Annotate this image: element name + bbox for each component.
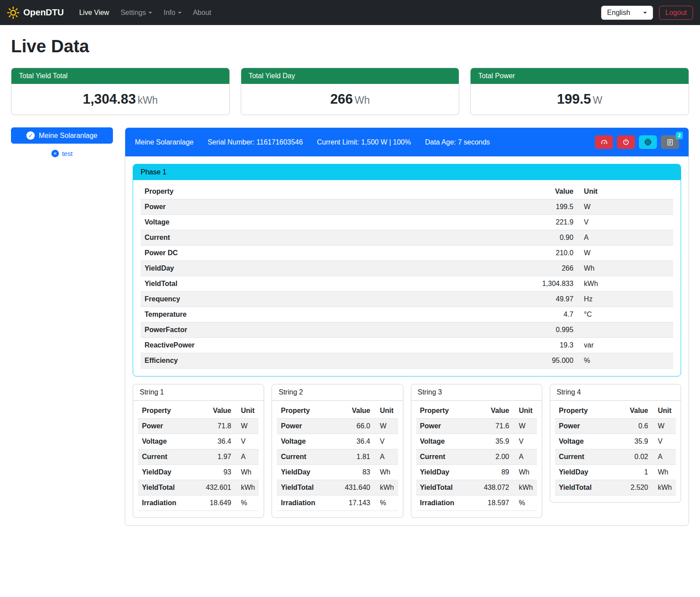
property-cell: Current — [277, 449, 341, 465]
summary-card-body: 1,304.83kWh — [11, 84, 229, 115]
power-button[interactable] — [617, 135, 635, 149]
live-data-layout: ✓ Meine Solaranlage ✕ test Meine Solaran… — [11, 127, 689, 526]
summary-card-total-power: Total Power 199.5W — [470, 68, 689, 115]
inverter-select-meine-solaranlage[interactable]: ✓ Meine Solaranlage — [11, 127, 113, 144]
summary-value: 199.5 — [557, 91, 591, 107]
property-cell: Voltage — [138, 434, 202, 449]
x-circle-icon: ✕ — [51, 150, 59, 157]
inverter-sidebar: ✓ Meine Solaranlage ✕ test — [11, 127, 113, 157]
table-row: Temperature4.7°C — [141, 307, 673, 322]
property-cell: Power — [555, 419, 621, 434]
table-row: Power71.6W — [416, 419, 537, 434]
string-table-body: Power71.6WVoltage35.9VCurrent2.00AYieldD… — [416, 419, 537, 511]
property-cell: Frequency — [141, 292, 508, 307]
unit-cell: kWh — [513, 480, 537, 496]
value-cell: 199.5 — [508, 199, 577, 215]
event-count-badge: 2 — [676, 132, 683, 139]
unit-cell: kWh — [374, 480, 398, 496]
table-row: PowerFactor0.995 — [141, 322, 673, 338]
unit-cell — [577, 322, 673, 338]
string-3-card: String 3 Property Value Unit — [411, 384, 542, 518]
inverter-data-age: Data Age: 7 seconds — [425, 138, 490, 146]
summary-card-body: 266Wh — [241, 84, 459, 115]
string-table-body: Power66.0WVoltage36.4VCurrent1.81AYieldD… — [277, 419, 398, 511]
unit-cell: A — [374, 449, 398, 465]
phase-table-body: Power199.5WVoltage221.9VCurrent0.90APowe… — [141, 199, 673, 369]
string-body: Property Value Unit Power66.0WVoltage36.… — [272, 401, 403, 517]
unit-cell: W — [513, 419, 537, 434]
table-row: Irradiation18.597% — [416, 496, 537, 511]
nav-item-about[interactable]: About — [187, 5, 217, 20]
string-table: Property Value Unit Power0.6WVoltage35.9… — [555, 403, 676, 496]
col-value: Value — [620, 403, 652, 419]
summary-value: 1,304.83 — [83, 91, 136, 107]
summary-unit: W — [593, 94, 602, 106]
nav-item-settings[interactable]: Settings — [115, 5, 158, 20]
string-table-body: Power71.8WVoltage36.4VCurrent1.97AYieldD… — [138, 419, 259, 511]
string-body: Property Value Unit Power71.8WVoltage36.… — [133, 401, 264, 517]
unit-cell: V — [235, 434, 259, 449]
value-cell: 4.7 — [508, 307, 577, 322]
power-icon — [622, 138, 630, 146]
nav-item-label: Info — [163, 9, 175, 16]
table-row: Frequency49.97Hz — [141, 292, 673, 307]
value-cell: 18.597 — [480, 496, 513, 511]
property-cell: YieldDay — [416, 465, 480, 480]
brand-logo[interactable]: OpenDTU — [7, 7, 64, 19]
value-cell: 35.9 — [620, 434, 652, 449]
table-row: Efficiency95.000% — [141, 353, 673, 369]
table-row: Power66.0W — [277, 419, 398, 434]
property-cell: Efficiency — [141, 353, 508, 369]
table-row: Voltage35.9V — [555, 434, 676, 449]
event-log-button[interactable]: 2 — [661, 135, 679, 149]
col-unit: Unit — [513, 403, 537, 419]
col-value: Value — [480, 403, 513, 419]
unit-cell: W — [374, 419, 398, 434]
property-cell: Power — [416, 419, 480, 434]
table-row: YieldTotal2.520kWh — [555, 480, 676, 496]
logout-button[interactable]: Logout — [659, 6, 693, 20]
value-cell: 71.6 — [480, 419, 513, 434]
unit-cell: V — [577, 215, 673, 230]
value-cell: 18.649 — [202, 496, 235, 511]
inverter-action-buttons: 2 — [595, 135, 679, 149]
value-cell: 35.9 — [480, 434, 513, 449]
value-cell: 0.90 — [508, 230, 577, 246]
unit-cell: A — [652, 449, 676, 465]
value-cell: 1,304.833 — [508, 276, 577, 292]
value-cell: 210.0 — [508, 246, 577, 261]
page-title: Live Data — [11, 36, 689, 56]
limit-settings-button[interactable] — [595, 135, 613, 149]
col-property: Property — [555, 403, 621, 419]
summary-card-total-yield-total: Total Yield Total 1,304.83kWh — [11, 68, 230, 115]
unit-cell: % — [577, 353, 673, 369]
value-cell: 2.00 — [480, 449, 513, 465]
nav-item-live-view[interactable]: Live View — [73, 5, 115, 20]
value-cell: 0.02 — [620, 449, 652, 465]
unit-cell: °C — [577, 307, 673, 322]
phase-title: Phase 1 — [133, 164, 681, 180]
inverter-select-test[interactable]: ✕ test — [11, 150, 113, 157]
col-property: Property — [138, 403, 202, 419]
device-info-button[interactable] — [639, 135, 657, 149]
col-unit: Unit — [374, 403, 398, 419]
property-cell: Power — [141, 199, 508, 215]
language-select[interactable]: English — [601, 6, 653, 20]
col-value: Value — [202, 403, 235, 419]
unit-cell: Wh — [652, 465, 676, 480]
nav-item-info[interactable]: Info — [158, 5, 187, 20]
table-row: Voltage221.9V — [141, 215, 673, 230]
cpu-icon — [644, 138, 652, 146]
property-cell: Power — [277, 419, 341, 434]
table-row: Current2.00A — [416, 449, 537, 465]
unit-cell: W — [235, 419, 259, 434]
col-unit: Unit — [652, 403, 676, 419]
summary-card-title: Total Yield Total — [11, 68, 229, 84]
journal-icon — [667, 139, 674, 146]
nav-item-label: Settings — [120, 9, 146, 16]
property-cell: Irradiation — [138, 496, 202, 511]
table-row: YieldTotal431.640kWh — [277, 480, 398, 496]
table-header-row: Property Value Unit — [555, 403, 676, 419]
table-row: Irradiation18.649% — [138, 496, 259, 511]
inverter-limit: Current Limit: 1,500 W | 100% — [317, 138, 411, 146]
